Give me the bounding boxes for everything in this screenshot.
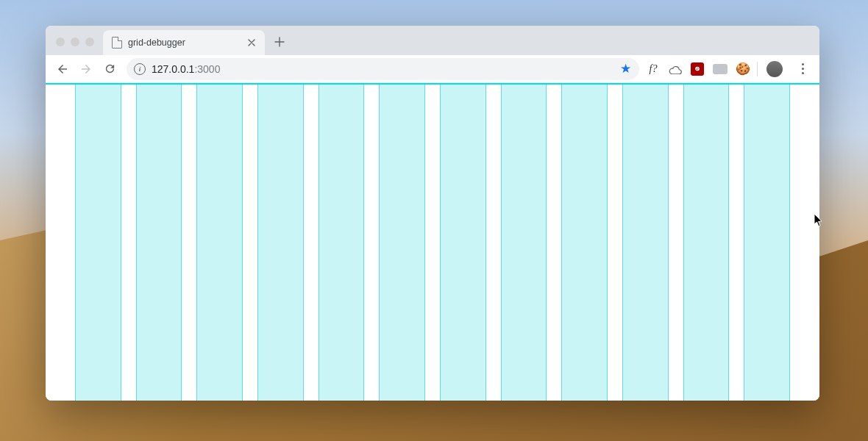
grid-column	[622, 85, 669, 401]
url-host: 127.0.0.1	[152, 63, 194, 75]
grid-column	[196, 85, 243, 401]
whatfont-extension-icon[interactable]: f?	[647, 62, 660, 76]
browser-toolbar: i 127.0.0.1:3000 ★ f? 🍪	[46, 55, 819, 83]
grid-column	[561, 85, 608, 401]
browser-window: grid-debugger i 127.0.0.1:3000 ★	[46, 26, 819, 401]
traffic-close[interactable]	[56, 37, 65, 46]
url-port: :3000	[194, 63, 220, 75]
tab-strip: grid-debugger	[46, 26, 819, 55]
cookie-extension-icon[interactable]: 🍪	[736, 62, 750, 76]
grid-column	[744, 85, 790, 401]
chrome-menu-button[interactable]	[791, 58, 814, 80]
grid-column	[683, 85, 730, 401]
page-viewport	[46, 83, 819, 401]
grid-column	[136, 85, 182, 401]
url-text: 127.0.0.1:3000	[152, 63, 220, 75]
site-info-icon[interactable]: i	[134, 63, 146, 75]
grid-column	[257, 85, 304, 401]
ublock-extension-icon[interactable]	[691, 62, 704, 76]
browser-tab[interactable]: grid-debugger	[103, 30, 265, 55]
grid-debug-overlay	[75, 85, 790, 401]
bookmark-star-icon[interactable]: ★	[619, 62, 632, 76]
traffic-minimize[interactable]	[71, 37, 79, 46]
grid-column	[319, 85, 365, 401]
forward-button[interactable]	[75, 58, 97, 80]
traffic-zoom[interactable]	[85, 37, 94, 46]
reload-button[interactable]	[99, 58, 121, 80]
tab-title: grid-debugger	[128, 37, 240, 48]
profile-avatar[interactable]	[766, 61, 783, 77]
grid-column	[75, 85, 121, 401]
close-tab-button[interactable]	[246, 37, 257, 49]
file-icon	[112, 37, 122, 49]
cloud-extension-icon[interactable]	[669, 62, 682, 76]
back-button[interactable]	[51, 58, 74, 80]
toolbar-divider	[757, 62, 758, 76]
new-tab-button[interactable]	[269, 32, 290, 52]
chat-extension-icon[interactable]	[713, 64, 728, 74]
mac-traffic-lights	[56, 37, 94, 46]
grid-column	[379, 85, 425, 401]
grid-column	[440, 85, 486, 401]
extension-icons: f? 🍪	[647, 62, 750, 76]
grid-column	[501, 85, 547, 401]
address-bar[interactable]: i 127.0.0.1:3000 ★	[127, 58, 639, 80]
